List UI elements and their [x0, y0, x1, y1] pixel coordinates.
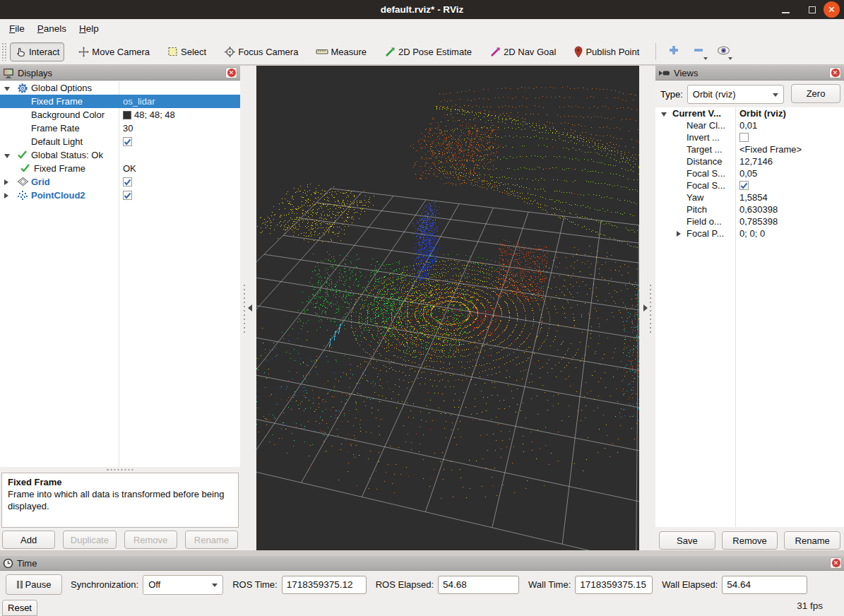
value-text: 30: [123, 123, 133, 134]
menu-item-file[interactable]: File: [3, 19, 31, 39]
time-close-button[interactable]: ✕: [830, 557, 842, 569]
pause-button[interactable]: Pause: [6, 574, 62, 595]
expand-icon[interactable]: [4, 193, 8, 199]
3d-viewport[interactable]: [256, 66, 639, 550]
property-value[interactable]: 30: [123, 123, 133, 134]
synchronization-select[interactable]: Off: [143, 575, 223, 595]
minimize-button[interactable]: [778, 2, 793, 17]
view-property-row[interactable]: Invert ...: [655, 131, 844, 143]
property-label: Focal P...: [687, 228, 724, 239]
expand-icon[interactable]: [4, 179, 8, 185]
property-value[interactable]: [123, 137, 132, 146]
property-value[interactable]: 12,7146: [739, 156, 773, 167]
roselapsed-input[interactable]: [438, 576, 519, 594]
display-property-row[interactable]: Fixed FrameOK: [0, 162, 240, 175]
property-value[interactable]: 0; 0; 0: [739, 228, 765, 239]
chevron-down-icon: [773, 93, 778, 97]
views-button-save[interactable]: Save: [659, 531, 715, 550]
expand-icon[interactable]: [677, 231, 681, 237]
property-value[interactable]: Orbit (rviz): [739, 108, 786, 119]
displays-horizontal-splitter[interactable]: [0, 467, 240, 473]
views-button-remove[interactable]: Remove: [722, 531, 778, 550]
tool-nav-goal[interactable]: 2D Nav Goal: [485, 43, 560, 61]
value-text: OK: [123, 163, 136, 174]
tool-label: Publish Point: [586, 47, 639, 57]
property-value[interactable]: os_lidar: [123, 96, 155, 107]
tool-select[interactable]: Select: [163, 43, 210, 60]
view-property-row[interactable]: Near Cl...0,01: [655, 119, 844, 131]
zero-button[interactable]: Zero: [791, 84, 840, 103]
property-value[interactable]: [739, 133, 749, 142]
property-value[interactable]: 1,5854: [739, 192, 768, 203]
menu-item-help[interactable]: Help: [73, 19, 105, 39]
tool-measure[interactable]: Measure: [311, 44, 371, 60]
wallelapsed-input[interactable]: [722, 576, 807, 594]
views-button-rename[interactable]: Rename: [784, 531, 840, 550]
value-text: 12,7146: [739, 156, 773, 167]
collapse-icon[interactable]: [4, 87, 10, 91]
collapse-icon[interactable]: [661, 112, 667, 117]
collapse-icon[interactable]: [4, 154, 10, 158]
view-property-row[interactable]: Distance12,7146: [655, 155, 844, 167]
right-splitter[interactable]: [639, 66, 655, 550]
visibility-button[interactable]: [714, 42, 732, 61]
zoom-in-button[interactable]: [665, 42, 683, 61]
tool-interact[interactable]: Interact: [10, 42, 64, 61]
view-property-row[interactable]: Current V...Orbit (rviz): [655, 107, 844, 119]
property-value[interactable]: 0,01: [739, 120, 757, 131]
property-label: Frame Rate: [31, 123, 80, 134]
tool-publish-point[interactable]: Publish Point: [569, 43, 643, 61]
displays-close-button[interactable]: ✕: [225, 67, 237, 78]
property-value[interactable]: 48; 48; 48: [123, 109, 175, 120]
property-label: Global Options: [31, 83, 92, 93]
display-property-row[interactable]: Grid: [0, 175, 240, 189]
display-property-row[interactable]: Global Status: Ok: [0, 148, 240, 162]
tool-move-camera[interactable]: Move Camera: [73, 43, 154, 61]
property-value[interactable]: [739, 181, 749, 190]
tool-focus-camera[interactable]: Focus Camera: [220, 43, 302, 61]
display-property-row[interactable]: Fixed Frameos_lidar: [0, 95, 240, 108]
left-splitter[interactable]: [240, 66, 256, 550]
value-text: 0; 0; 0: [739, 228, 765, 239]
description-title: Fixed Frame: [8, 477, 232, 489]
view-property-row[interactable]: Focal S...: [655, 179, 844, 191]
property-value[interactable]: <Fixed Frame>: [739, 144, 802, 155]
display-property-row[interactable]: Frame Rate30: [0, 122, 240, 135]
view-property-row[interactable]: Focal S...0,05: [655, 167, 844, 179]
walltime-input[interactable]: [575, 576, 653, 594]
checkbox-checked[interactable]: [739, 181, 749, 190]
toolbar-grip[interactable]: [1, 42, 7, 61]
tool-pose-estimate[interactable]: 2D Pose Estimate: [380, 43, 476, 61]
displays-button-add[interactable]: Add: [2, 531, 55, 549]
display-property-row[interactable]: Default Light: [0, 135, 240, 148]
display-property-row[interactable]: PointCloud2: [0, 189, 240, 202]
view-property-row[interactable]: Yaw1,5854: [655, 191, 844, 203]
checkbox-unchecked[interactable]: [739, 133, 749, 142]
property-value[interactable]: 0,630398: [739, 204, 778, 215]
view-property-row[interactable]: Target ...<Fixed Frame>: [655, 143, 844, 155]
view-property-row[interactable]: Field o...0,785398: [655, 215, 844, 227]
close-button[interactable]: ✕: [824, 1, 840, 18]
views-close-button[interactable]: ✕: [829, 67, 841, 78]
property-value[interactable]: [123, 177, 132, 186]
value-text: 0,05: [739, 168, 757, 179]
property-value[interactable]: 0,785398: [739, 216, 778, 227]
view-type-select[interactable]: Orbit (rviz): [687, 85, 784, 104]
property-value[interactable]: OK: [123, 163, 136, 174]
display-property-row[interactable]: Global Options: [0, 81, 240, 95]
pointcloud-icon: [17, 190, 28, 201]
time-panel-header: Time ✕: [0, 556, 844, 571]
checkbox-checked[interactable]: [123, 137, 132, 146]
rostime-input[interactable]: [282, 576, 367, 594]
reset-button[interactable]: Reset: [2, 600, 37, 616]
zoom-out-button[interactable]: [689, 42, 708, 61]
display-property-row[interactable]: Background Color48; 48; 48: [0, 108, 240, 122]
menu-item-panels[interactable]: Panels: [31, 19, 73, 39]
checkbox-checked[interactable]: [123, 177, 132, 186]
property-value[interactable]: 0,05: [739, 168, 757, 179]
checkbox-checked[interactable]: [123, 191, 132, 200]
maximize-button[interactable]: [804, 2, 819, 17]
view-property-row[interactable]: Pitch0,630398: [655, 203, 844, 215]
property-value[interactable]: [123, 191, 132, 200]
view-property-row[interactable]: Focal P...0; 0; 0: [655, 227, 844, 239]
